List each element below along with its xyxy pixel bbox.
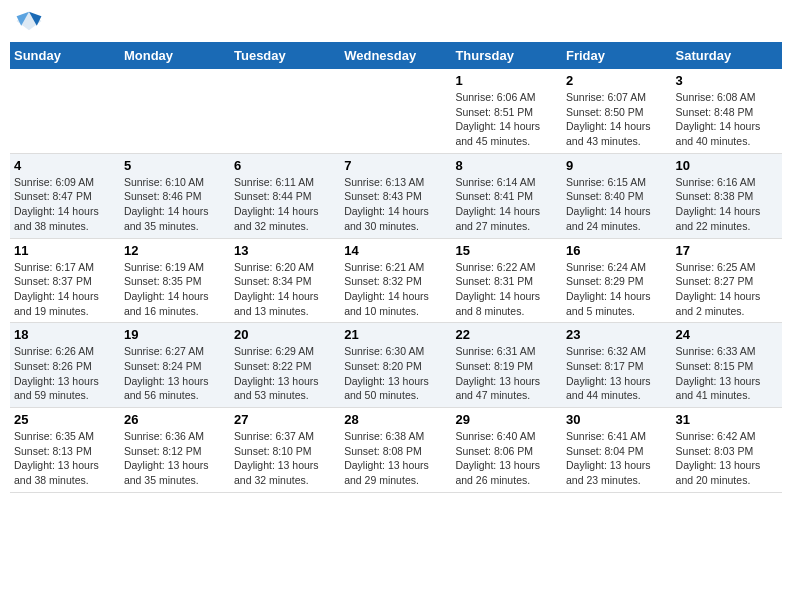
- day-number: 24: [676, 327, 778, 342]
- calendar-cell: 1Sunrise: 6:06 AM Sunset: 8:51 PM Daylig…: [451, 69, 562, 153]
- day-info: Sunrise: 6:31 AM Sunset: 8:19 PM Dayligh…: [455, 344, 558, 403]
- day-info: Sunrise: 6:06 AM Sunset: 8:51 PM Dayligh…: [455, 90, 558, 149]
- day-info: Sunrise: 6:35 AM Sunset: 8:13 PM Dayligh…: [14, 429, 116, 488]
- day-info: Sunrise: 6:40 AM Sunset: 8:06 PM Dayligh…: [455, 429, 558, 488]
- day-number: 5: [124, 158, 226, 173]
- day-info: Sunrise: 6:14 AM Sunset: 8:41 PM Dayligh…: [455, 175, 558, 234]
- day-number: 26: [124, 412, 226, 427]
- day-info: Sunrise: 6:17 AM Sunset: 8:37 PM Dayligh…: [14, 260, 116, 319]
- day-number: 25: [14, 412, 116, 427]
- weekday-header-monday: Monday: [120, 42, 230, 69]
- day-info: Sunrise: 6:09 AM Sunset: 8:47 PM Dayligh…: [14, 175, 116, 234]
- day-info: Sunrise: 6:29 AM Sunset: 8:22 PM Dayligh…: [234, 344, 336, 403]
- day-info: Sunrise: 6:32 AM Sunset: 8:17 PM Dayligh…: [566, 344, 668, 403]
- generalblue-logo-icon: [15, 10, 43, 32]
- day-info: Sunrise: 6:10 AM Sunset: 8:46 PM Dayligh…: [124, 175, 226, 234]
- weekday-header-wednesday: Wednesday: [340, 42, 451, 69]
- weekday-header-saturday: Saturday: [672, 42, 782, 69]
- day-info: Sunrise: 6:41 AM Sunset: 8:04 PM Dayligh…: [566, 429, 668, 488]
- calendar-cell: [120, 69, 230, 153]
- calendar-cell: 9Sunrise: 6:15 AM Sunset: 8:40 PM Daylig…: [562, 153, 672, 238]
- day-number: 9: [566, 158, 668, 173]
- day-info: Sunrise: 6:24 AM Sunset: 8:29 PM Dayligh…: [566, 260, 668, 319]
- weekday-header-thursday: Thursday: [451, 42, 562, 69]
- day-number: 2: [566, 73, 668, 88]
- calendar-cell: 29Sunrise: 6:40 AM Sunset: 8:06 PM Dayli…: [451, 408, 562, 493]
- calendar-cell: 8Sunrise: 6:14 AM Sunset: 8:41 PM Daylig…: [451, 153, 562, 238]
- calendar-cell: 25Sunrise: 6:35 AM Sunset: 8:13 PM Dayli…: [10, 408, 120, 493]
- calendar-cell: 23Sunrise: 6:32 AM Sunset: 8:17 PM Dayli…: [562, 323, 672, 408]
- calendar-cell: 6Sunrise: 6:11 AM Sunset: 8:44 PM Daylig…: [230, 153, 340, 238]
- calendar-cell: 7Sunrise: 6:13 AM Sunset: 8:43 PM Daylig…: [340, 153, 451, 238]
- calendar-cell: 17Sunrise: 6:25 AM Sunset: 8:27 PM Dayli…: [672, 238, 782, 323]
- calendar-cell: 31Sunrise: 6:42 AM Sunset: 8:03 PM Dayli…: [672, 408, 782, 493]
- day-number: 23: [566, 327, 668, 342]
- day-number: 19: [124, 327, 226, 342]
- day-info: Sunrise: 6:07 AM Sunset: 8:50 PM Dayligh…: [566, 90, 668, 149]
- day-number: 7: [344, 158, 447, 173]
- calendar-cell: 20Sunrise: 6:29 AM Sunset: 8:22 PM Dayli…: [230, 323, 340, 408]
- calendar-cell: 10Sunrise: 6:16 AM Sunset: 8:38 PM Dayli…: [672, 153, 782, 238]
- calendar-cell: 19Sunrise: 6:27 AM Sunset: 8:24 PM Dayli…: [120, 323, 230, 408]
- calendar-cell: [340, 69, 451, 153]
- day-number: 30: [566, 412, 668, 427]
- day-number: 11: [14, 243, 116, 258]
- weekday-header-friday: Friday: [562, 42, 672, 69]
- day-number: 31: [676, 412, 778, 427]
- calendar-week-row: 25Sunrise: 6:35 AM Sunset: 8:13 PM Dayli…: [10, 408, 782, 493]
- weekday-header-row: SundayMondayTuesdayWednesdayThursdayFrid…: [10, 42, 782, 69]
- calendar-cell: 11Sunrise: 6:17 AM Sunset: 8:37 PM Dayli…: [10, 238, 120, 323]
- logo: [15, 10, 47, 32]
- day-info: Sunrise: 6:08 AM Sunset: 8:48 PM Dayligh…: [676, 90, 778, 149]
- calendar-cell: 5Sunrise: 6:10 AM Sunset: 8:46 PM Daylig…: [120, 153, 230, 238]
- day-info: Sunrise: 6:20 AM Sunset: 8:34 PM Dayligh…: [234, 260, 336, 319]
- day-info: Sunrise: 6:33 AM Sunset: 8:15 PM Dayligh…: [676, 344, 778, 403]
- day-info: Sunrise: 6:16 AM Sunset: 8:38 PM Dayligh…: [676, 175, 778, 234]
- calendar-week-row: 11Sunrise: 6:17 AM Sunset: 8:37 PM Dayli…: [10, 238, 782, 323]
- day-number: 6: [234, 158, 336, 173]
- day-info: Sunrise: 6:42 AM Sunset: 8:03 PM Dayligh…: [676, 429, 778, 488]
- day-number: 13: [234, 243, 336, 258]
- day-number: 16: [566, 243, 668, 258]
- day-number: 14: [344, 243, 447, 258]
- day-info: Sunrise: 6:11 AM Sunset: 8:44 PM Dayligh…: [234, 175, 336, 234]
- day-number: 22: [455, 327, 558, 342]
- calendar-cell: 13Sunrise: 6:20 AM Sunset: 8:34 PM Dayli…: [230, 238, 340, 323]
- day-info: Sunrise: 6:21 AM Sunset: 8:32 PM Dayligh…: [344, 260, 447, 319]
- calendar-cell: 15Sunrise: 6:22 AM Sunset: 8:31 PM Dayli…: [451, 238, 562, 323]
- calendar-cell: 30Sunrise: 6:41 AM Sunset: 8:04 PM Dayli…: [562, 408, 672, 493]
- day-info: Sunrise: 6:25 AM Sunset: 8:27 PM Dayligh…: [676, 260, 778, 319]
- day-number: 21: [344, 327, 447, 342]
- day-number: 28: [344, 412, 447, 427]
- day-number: 8: [455, 158, 558, 173]
- calendar-week-row: 18Sunrise: 6:26 AM Sunset: 8:26 PM Dayli…: [10, 323, 782, 408]
- day-number: 17: [676, 243, 778, 258]
- calendar-cell: 27Sunrise: 6:37 AM Sunset: 8:10 PM Dayli…: [230, 408, 340, 493]
- calendar-cell: [10, 69, 120, 153]
- calendar-week-row: 4Sunrise: 6:09 AM Sunset: 8:47 PM Daylig…: [10, 153, 782, 238]
- calendar-cell: 12Sunrise: 6:19 AM Sunset: 8:35 PM Dayli…: [120, 238, 230, 323]
- day-number: 29: [455, 412, 558, 427]
- page-header: [10, 10, 782, 32]
- day-info: Sunrise: 6:27 AM Sunset: 8:24 PM Dayligh…: [124, 344, 226, 403]
- calendar-cell: [230, 69, 340, 153]
- calendar-cell: 18Sunrise: 6:26 AM Sunset: 8:26 PM Dayli…: [10, 323, 120, 408]
- day-number: 10: [676, 158, 778, 173]
- calendar-cell: 4Sunrise: 6:09 AM Sunset: 8:47 PM Daylig…: [10, 153, 120, 238]
- calendar-cell: 28Sunrise: 6:38 AM Sunset: 8:08 PM Dayli…: [340, 408, 451, 493]
- calendar-table: SundayMondayTuesdayWednesdayThursdayFrid…: [10, 42, 782, 493]
- calendar-cell: 26Sunrise: 6:36 AM Sunset: 8:12 PM Dayli…: [120, 408, 230, 493]
- weekday-header-sunday: Sunday: [10, 42, 120, 69]
- day-info: Sunrise: 6:22 AM Sunset: 8:31 PM Dayligh…: [455, 260, 558, 319]
- calendar-cell: 2Sunrise: 6:07 AM Sunset: 8:50 PM Daylig…: [562, 69, 672, 153]
- calendar-cell: 16Sunrise: 6:24 AM Sunset: 8:29 PM Dayli…: [562, 238, 672, 323]
- calendar-cell: 21Sunrise: 6:30 AM Sunset: 8:20 PM Dayli…: [340, 323, 451, 408]
- day-number: 15: [455, 243, 558, 258]
- day-number: 3: [676, 73, 778, 88]
- day-info: Sunrise: 6:26 AM Sunset: 8:26 PM Dayligh…: [14, 344, 116, 403]
- day-info: Sunrise: 6:19 AM Sunset: 8:35 PM Dayligh…: [124, 260, 226, 319]
- calendar-cell: 22Sunrise: 6:31 AM Sunset: 8:19 PM Dayli…: [451, 323, 562, 408]
- calendar-cell: 3Sunrise: 6:08 AM Sunset: 8:48 PM Daylig…: [672, 69, 782, 153]
- day-number: 27: [234, 412, 336, 427]
- day-info: Sunrise: 6:15 AM Sunset: 8:40 PM Dayligh…: [566, 175, 668, 234]
